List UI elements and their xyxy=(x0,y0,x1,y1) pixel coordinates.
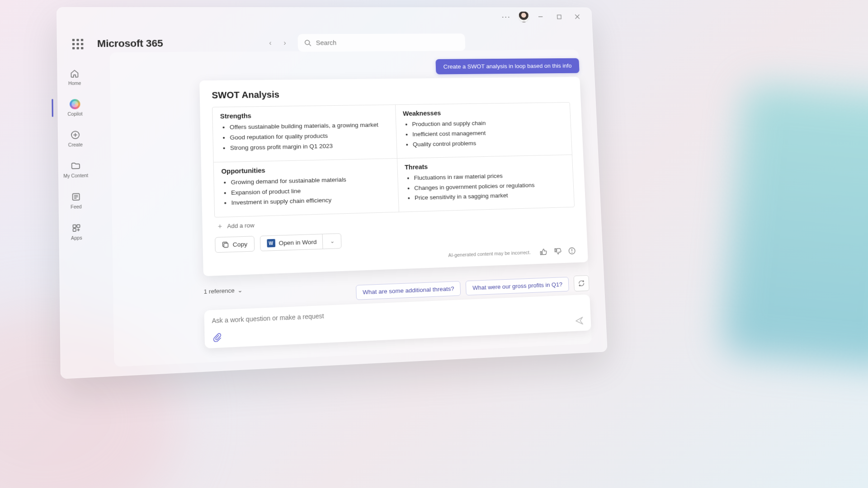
search-box[interactable] xyxy=(298,33,466,52)
svg-rect-14 xyxy=(77,225,80,227)
report-button[interactable] xyxy=(567,246,577,256)
list-item: Price sensitivity in a sagging market xyxy=(415,190,567,202)
more-options-button[interactable]: ··· xyxy=(498,10,514,23)
list-item: Good reputation for quality products xyxy=(230,131,389,142)
search-icon xyxy=(304,39,311,47)
send-icon xyxy=(575,316,585,326)
word-icon: W xyxy=(267,239,275,248)
nav-forward-button[interactable]: › xyxy=(279,37,291,49)
copy-icon xyxy=(222,241,229,249)
list-item: Inefficient cost management xyxy=(412,128,564,139)
sidebar-item-label: Feed xyxy=(71,204,82,210)
thumbs-down-button[interactable] xyxy=(552,247,562,257)
refresh-icon xyxy=(578,280,585,287)
open-word-dropdown[interactable]: ⌄ xyxy=(322,234,335,249)
thumbs-up-button[interactable] xyxy=(538,247,548,257)
paperclip-icon xyxy=(212,333,222,342)
quadrant-title: Weaknesses xyxy=(403,108,563,117)
list-item: Quality control problems xyxy=(413,138,565,149)
sidebar-item-label: Home xyxy=(68,81,81,86)
quadrant-list: Production and supply chainInefficient c… xyxy=(403,118,565,149)
open-in-word-button[interactable]: W Open in Word ⌄ xyxy=(259,234,341,252)
quadrant-weaknesses: Weaknesses Production and supply chainIn… xyxy=(396,103,572,159)
app-window: ··· Microsoft 365 ‹ › xyxy=(57,7,608,379)
window-close-button[interactable] xyxy=(570,10,585,23)
quadrant-list: Fluctuations in raw material pricesChang… xyxy=(405,170,567,203)
quadrant-title: Opportunities xyxy=(221,164,390,175)
card-title: SWOT Analysis xyxy=(212,86,570,101)
feed-icon xyxy=(70,191,82,202)
list-item: Investment in supply chain efficiency xyxy=(231,195,391,207)
window-minimize-button[interactable] xyxy=(533,10,548,23)
svg-rect-15 xyxy=(73,229,76,231)
quadrant-title: Strengths xyxy=(220,110,389,120)
home-icon xyxy=(69,68,80,79)
plus-icon: ＋ xyxy=(217,222,224,231)
svg-point-21 xyxy=(571,252,572,253)
sidebar-item-copilot[interactable]: Copilot xyxy=(67,97,83,118)
quadrant-strengths: Strengths Offers sustainable building ma… xyxy=(212,105,397,162)
open-word-label: Open in Word xyxy=(278,239,316,247)
sidebar-item-home[interactable]: Home xyxy=(68,66,81,88)
sidebar-item-feed[interactable]: Feed xyxy=(70,189,82,211)
quadrant-title: Threats xyxy=(405,160,566,170)
sidebar-item-label: Create xyxy=(68,142,83,148)
search-input[interactable] xyxy=(316,39,459,47)
svg-rect-18 xyxy=(224,243,228,247)
folder-icon xyxy=(70,160,81,171)
sidebar-item-mycontent[interactable]: My Content xyxy=(63,158,88,180)
add-row-button[interactable]: ＋ Add a row xyxy=(217,221,255,231)
attach-button[interactable] xyxy=(212,333,222,342)
svg-line-5 xyxy=(309,44,311,46)
send-button[interactable] xyxy=(575,316,585,326)
swot-grid: Strengths Offers sustainable building ma… xyxy=(212,102,575,218)
apps-icon xyxy=(71,222,82,234)
swot-card: SWOT Analysis Strengths Offers sustainab… xyxy=(199,77,588,277)
refresh-suggestions-button[interactable] xyxy=(574,275,590,291)
app-launcher-button[interactable] xyxy=(68,35,87,52)
sidebar-item-create[interactable]: Create xyxy=(68,127,83,149)
quadrant-list: Offers sustainable building materials, a… xyxy=(220,121,389,152)
window-maximize-button[interactable] xyxy=(552,10,566,23)
sidebar-item-label: Apps xyxy=(71,235,82,241)
svg-point-4 xyxy=(305,40,310,45)
account-avatar[interactable] xyxy=(518,11,529,22)
chat-panel: Create a SWOT analysis in loop based on … xyxy=(110,50,592,367)
list-item: Offers sustainable building materials, a… xyxy=(230,121,389,131)
copy-label: Copy xyxy=(233,241,248,248)
suggestion-chip[interactable]: What are some additional threats? xyxy=(356,281,461,300)
quadrant-list: Growing demand for sustainable materials… xyxy=(222,174,392,208)
sidebar: Home Copilot Create My Content Feed Apps xyxy=(57,66,94,243)
svg-rect-13 xyxy=(73,225,76,227)
chevron-down-icon: ⌄ xyxy=(330,238,334,244)
suggestion-chip[interactable]: What were our gross profits in Q1? xyxy=(466,277,569,295)
sidebar-item-label: Copilot xyxy=(67,112,82,117)
brand-title: Microsoft 365 xyxy=(97,38,163,50)
sidebar-item-apps[interactable]: Apps xyxy=(71,221,82,243)
list-item: Strong gross profit margin in Q1 2023 xyxy=(230,141,390,152)
titlebar: ··· xyxy=(490,7,592,26)
sidebar-item-label: My Content xyxy=(63,173,88,178)
quadrant-opportunities: Opportunities Growing demand for sustain… xyxy=(214,159,399,217)
ai-disclaimer: AI-generated content may be incorrect. xyxy=(448,250,531,258)
list-item: Production and supply chain xyxy=(412,118,564,129)
copilot-icon xyxy=(69,99,81,110)
copy-button[interactable]: Copy xyxy=(215,236,255,253)
user-message-bubble: Create a SWOT analysis in loop based on … xyxy=(435,58,580,75)
add-row-label: Add a row xyxy=(227,222,254,230)
svg-rect-1 xyxy=(557,15,561,19)
plus-circle-icon xyxy=(70,129,81,141)
nav-back-button[interactable]: ‹ xyxy=(264,37,277,49)
quadrant-threats: Threats Fluctuations in raw material pri… xyxy=(397,155,574,212)
